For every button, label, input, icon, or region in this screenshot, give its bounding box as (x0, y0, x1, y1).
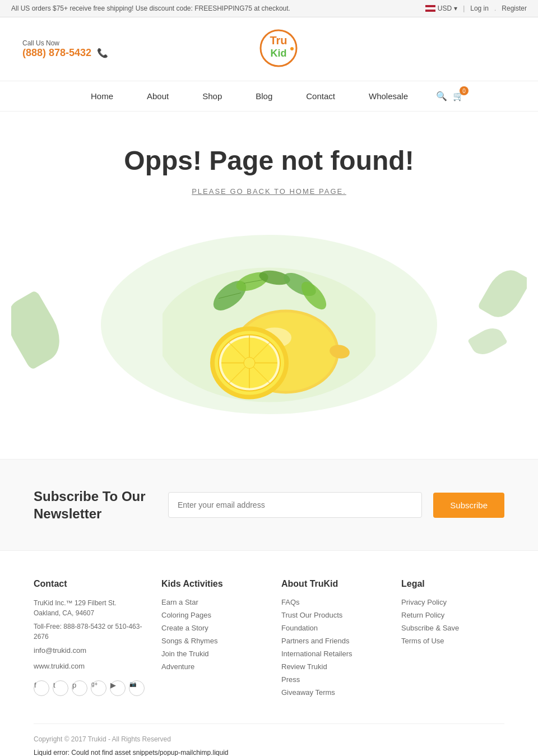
currency-label: USD (438, 4, 452, 12)
youtube-icon[interactable]: ▶ (110, 680, 126, 696)
nav-item-contact[interactable]: Contact (289, 87, 352, 105)
svg-text:Tru: Tru (270, 34, 287, 47)
copyright-text: Copyright © 2017 Trukid - All Rights Res… (34, 735, 171, 743)
footer-about-title: About TruKid (281, 579, 384, 589)
footer-link-create-story[interactable]: Create a Story (161, 624, 265, 632)
footer-link-review[interactable]: Review Trukid (281, 662, 384, 671)
promo-text: All US orders $75+ receive free shipping… (11, 4, 290, 12)
twitter-icon[interactable]: t (53, 680, 68, 696)
footer-tollfree: Toll-Free: 888-878-5432 or 510-463-2676 (34, 622, 145, 642)
divider: | (463, 4, 465, 12)
header: Call Us Now (888) 878-5432 📞 Tru Kid (0, 17, 538, 81)
footer-grid: Contact TruKid Inc.™ 129 Filbert St. Oak… (34, 579, 504, 701)
lemon-illustration (11, 212, 527, 437)
back-home-link[interactable]: PLEASE GO BACK TO HOME PAGE. (192, 187, 346, 196)
trukid-logo: Tru Kid (234, 29, 323, 68)
liquid-error: Liquid error: Could not find asset snipp… (34, 749, 504, 756)
error-section: Opps! Page not found! PLEASE GO BACK TO … (0, 112, 538, 437)
nav-item-about[interactable]: About (130, 87, 185, 105)
logo-section[interactable]: Tru Kid (234, 29, 323, 69)
social-icons: f t p g+ ▶ 📷 (34, 680, 145, 701)
cart-button[interactable]: 🛒 0 (453, 91, 464, 101)
phone-number[interactable]: (888) 878-5432 📞 (22, 47, 108, 59)
svg-text:Kid: Kid (270, 48, 286, 59)
phone-icon: 📞 (97, 48, 108, 58)
footer-bottom: Copyright © 2017 Trukid - All Rights Res… (34, 723, 504, 756)
leaf-right2-decor (467, 323, 508, 360)
newsletter-email-input[interactable] (168, 492, 422, 518)
nav-icons: 🔍 🛒 0 (436, 91, 464, 101)
lemon-svg (163, 240, 375, 408)
svg-point-25 (244, 358, 255, 369)
divider2: . (494, 4, 496, 12)
footer-about-col: About TruKid FAQs Trust Our Products Fou… (281, 579, 384, 701)
nav-item-blog[interactable]: Blog (239, 87, 289, 105)
chevron-down-icon: ▾ (454, 4, 457, 12)
footer-contact-title: Contact (34, 579, 145, 589)
footer-contact-col: Contact TruKid Inc.™ 129 Filbert St. Oak… (34, 579, 145, 701)
error-title: Opps! Page not found! (11, 145, 527, 176)
login-link[interactable]: Log in (470, 4, 489, 12)
footer: Contact TruKid Inc.™ 129 Filbert St. Oak… (0, 550, 538, 756)
newsletter-section: Subscribe To Our Newsletter Subscribe (0, 459, 538, 550)
footer-kids-activities-title: Kids Activities (161, 579, 265, 589)
top-bar-right: USD ▾ | Log in . Register (425, 4, 527, 12)
footer-link-coloring-pages[interactable]: Coloring Pages (161, 611, 265, 619)
footer-website[interactable]: www.trukid.com (34, 661, 145, 672)
error-subtitle: PLEASE GO BACK TO HOME PAGE. (11, 187, 527, 196)
top-bar: All US orders $75+ receive free shipping… (0, 0, 538, 17)
google-plus-icon[interactable]: g+ (91, 680, 106, 696)
cart-badge: 0 (460, 86, 469, 95)
phone-section: Call Us Now (888) 878-5432 📞 (22, 39, 108, 59)
footer-legal-title: Legal (401, 579, 504, 589)
nav-item-shop[interactable]: Shop (185, 87, 239, 105)
currency-flag (425, 5, 435, 12)
footer-link-subscribe-save[interactable]: Subscribe & Save (401, 624, 504, 632)
svg-point-3 (290, 47, 294, 50)
main-nav: Home About Shop Blog Contact Wholesale 🔍… (0, 81, 538, 112)
footer-link-return[interactable]: Return Policy (401, 611, 504, 619)
footer-legal-col: Legal Privacy Policy Return Policy Subsc… (401, 579, 504, 701)
subscribe-button[interactable]: Subscribe (433, 493, 504, 518)
nav-item-wholesale[interactable]: Wholesale (352, 87, 425, 105)
footer-link-adventure[interactable]: Adventure (161, 662, 265, 671)
call-label: Call Us Now (22, 39, 108, 47)
footer-email[interactable]: info@trukid.com (34, 645, 145, 656)
footer-link-foundation[interactable]: Foundation (281, 624, 384, 632)
footer-address: TruKid Inc.™ 129 Filbert St. Oakland, CA… (34, 598, 145, 618)
footer-link-terms[interactable]: Terms of Use (401, 637, 504, 645)
footer-link-trust-products[interactable]: Trust Our Products (281, 611, 384, 619)
leaf-left-decor (11, 290, 70, 370)
nav-item-home[interactable]: Home (74, 87, 130, 105)
register-link[interactable]: Register (502, 4, 527, 12)
instagram-icon[interactable]: 📷 (129, 680, 145, 696)
pinterest-icon[interactable]: p (72, 680, 87, 696)
footer-link-songs-rhymes[interactable]: Songs & Rhymes (161, 637, 265, 645)
leaf-right-decor (477, 263, 527, 324)
footer-link-international[interactable]: International Retailers (281, 650, 384, 658)
footer-link-press[interactable]: Press (281, 675, 384, 684)
facebook-icon[interactable]: f (34, 680, 49, 696)
newsletter-title: Subscribe To Our Newsletter (34, 488, 157, 522)
search-icon: 🔍 (436, 91, 447, 101)
footer-kids-activities-col: Kids Activities Earn a Star Coloring Pag… (161, 579, 265, 701)
search-button[interactable]: 🔍 (436, 91, 447, 101)
footer-link-faqs[interactable]: FAQs (281, 598, 384, 606)
footer-link-earn-star[interactable]: Earn a Star (161, 598, 265, 606)
lemon-svg-container (163, 240, 375, 410)
footer-link-giveaway[interactable]: Giveaway Terms (281, 688, 384, 697)
footer-link-partners[interactable]: Partners and Friends (281, 637, 384, 645)
currency-selector[interactable]: USD ▾ (425, 4, 457, 12)
footer-link-join-trukid[interactable]: Join the Trukid (161, 650, 265, 658)
footer-link-privacy[interactable]: Privacy Policy (401, 598, 504, 606)
